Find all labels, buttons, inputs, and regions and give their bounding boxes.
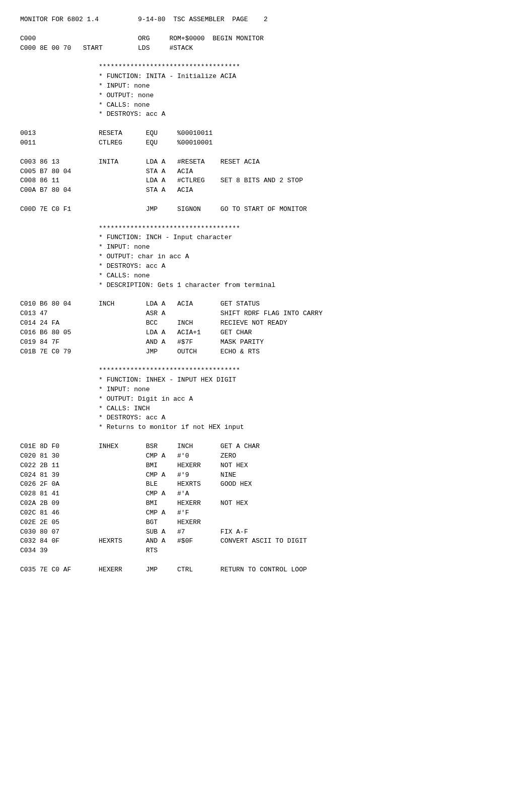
assembly-listing: MONITOR FOR 6802 1.4 9-14-80 TSC ASSEMBL… <box>20 15 490 575</box>
